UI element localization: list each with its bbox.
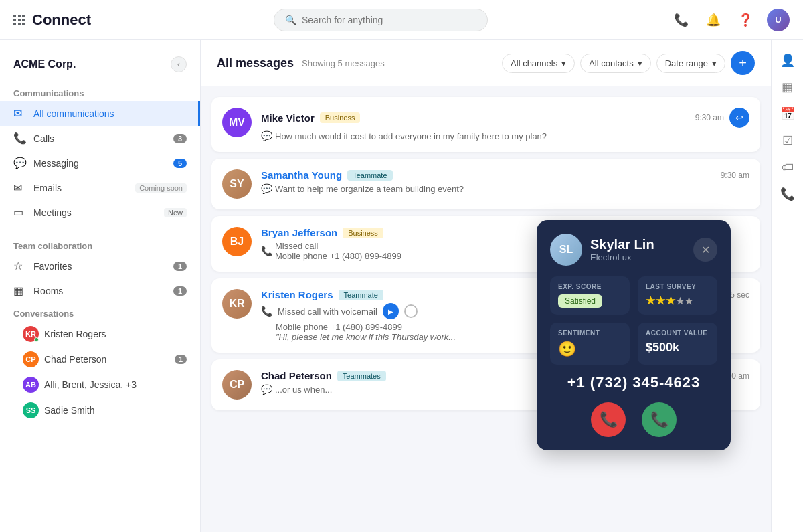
search-bar[interactable]: 🔍 [274,9,488,31]
messages-count: Showing 5 messages [302,58,385,68]
grid-icon[interactable] [13,15,25,25]
search-icon: 🔍 [285,15,296,25]
navbar: Connect 🔍 📞 🔔 ❓ U [0,0,803,40]
account-value-box: ACCOUNT VALUE $500k [638,323,717,365]
messages-list: MV Mike Victor Business 9:30 am ↩ 💬 How … [201,86,771,532]
meetings-icon: ▭ [13,206,27,219]
reply-icon[interactable]: ↩ [729,108,749,128]
msg-time: 9:30 am [695,113,724,122]
group-avatar: AB [23,377,39,393]
chad-peterson-badge: 1 [175,355,187,364]
kristen-rogers-avatar: KR [222,289,252,319]
user-avatar[interactable]: U [767,9,790,31]
email-icon: ✉ [13,181,27,194]
sidebar-item-favorites[interactable]: ☆ Favorites 1 [0,254,200,278]
msg-icon-row: 💬 Want to help me organize a team buildi… [261,183,749,194]
call-channel-icon: 📞 [261,306,272,317]
msg-content: Samantha Young Teammate 9:30 am 💬 Want t… [261,169,749,194]
messages-title-area: All messages Showing 5 messages [217,56,385,70]
popup-phone-number: +1 (732) 345-4623 [550,374,717,391]
sidebar-item-rooms[interactable]: ▦ Rooms 1 [0,278,200,303]
sidebar-item-label: Messaging [33,158,167,169]
meetings-new-badge: New [164,208,187,217]
rs-phone-icon[interactable]: 📞 [776,182,800,206]
exp-score-label: EXP. SCORE [558,283,622,290]
last-survey-label: LAST SURVEY [646,283,709,290]
app-logo: Connect [32,11,91,29]
sidebar-item-label: Calls [33,133,167,144]
chad-peterson-avatar: CP [23,351,39,367]
rs-calendar-icon[interactable]: 📅 [776,102,800,126]
msg-tag: Teammates [337,371,386,381]
content-area: All messages Showing 5 messages All chan… [201,40,771,532]
msg-preview: Missed call with voicemail [278,306,377,317]
msg-header: Mike Victor Business 9:30 am ↩ [261,108,749,128]
rs-contacts-icon[interactable]: 👤 [776,48,800,72]
sidebar-item-all-communications[interactable]: ✉ All communications [0,101,200,126]
sidebar-item-calls[interactable]: 📞 Calls 3 [0,126,200,151]
exp-score-box: EXP. SCORE Satisfied [550,276,630,315]
right-sidebar: 👤 ▦ 📅 ☑ 🏷 📞 [771,40,803,532]
message-channel-icon: 💬 [261,130,272,141]
call-channel-icon: 📞 [261,246,272,256]
msg-name: Samantha Young [261,169,342,181]
communications-section-label: Communications [0,83,200,101]
sidebar-item-emails[interactable]: ✉ Emails Coming soon [0,175,200,200]
sentiment-label: SENTIMENT [558,329,622,337]
phone-nav-icon[interactable]: 📞 [671,9,692,31]
accept-call-button[interactable]: 📞 [642,402,677,437]
rooms-icon: ▦ [13,284,27,297]
account-value-label: ACCOUNT VALUE [646,329,709,337]
popup-profile: SL Skylar Lin ElectroLux ✕ [550,234,717,266]
sidebar: ACME Corp. ‹ Communications ✉ All commun… [0,40,201,532]
conversation-group[interactable]: AB Alli, Brent, Jessica, +3 [0,372,200,397]
conversation-chad-peterson[interactable]: CP Chad Peterson 1 [0,347,200,372]
exp-score-value: Satisfied [558,294,602,308]
popup-metrics: EXP. SCORE Satisfied LAST SURVEY ★★★★★ S… [550,276,717,365]
message-card-mike-victor[interactable]: MV Mike Victor Business 9:30 am ↩ 💬 How … [211,97,760,152]
rooms-badge: 1 [173,286,187,296]
sidebar-item-label: Alli, Brent, Jessica, +3 [44,379,187,390]
filter-channels[interactable]: All channels ▾ [502,54,575,73]
sidebar-item-meetings[interactable]: ▭ Meetings New [0,200,200,225]
all-comms-icon: ✉ [13,107,27,120]
filter-date[interactable]: Date range ▾ [656,54,725,73]
sidebar-item-label: Meetings [33,207,157,218]
msg-preview: ...or us when... [275,385,332,395]
rs-tasks-icon[interactable]: ☑ [776,128,800,153]
message-channel-icon: 💬 [261,183,272,194]
bryan-jefferson-avatar: BJ [222,227,252,256]
close-popup-button[interactable]: ✕ [693,238,717,262]
kristen-rogers-avatar: KR [23,326,39,342]
sidebar-item-label: Chad Peterson [44,354,169,365]
sidebar-item-label: Favorites [33,261,167,272]
favorites-badge: 1 [173,262,187,271]
add-button[interactable]: + [731,51,755,75]
msg-preview: How much would it cost to add everyone i… [275,131,547,141]
calls-icon: 📞 [13,132,27,145]
sadie-smith-avatar: SS [23,402,39,418]
rs-tags-icon[interactable]: 🏷 [776,155,800,179]
company-name: ACME Corp. [13,58,76,70]
conversation-kristen-rogers[interactable]: KR Kristen Rogers [0,321,200,347]
team-collab-label: Team collaboration [0,236,200,254]
collapse-button[interactable]: ‹ [171,56,187,72]
messaging-badge: 5 [173,159,187,168]
navbar-right: 📞 🔔 ❓ U [671,9,790,31]
conversation-sadie-smith[interactable]: SS Sadie Smith [0,397,200,423]
sidebar-header: ACME Corp. ‹ [0,51,200,83]
decline-call-button[interactable]: 📞 [591,402,626,437]
play-voicemail-button[interactable]: ▶ [383,303,399,319]
bell-icon[interactable]: 🔔 [703,9,724,31]
sidebar-item-messaging[interactable]: 💬 Messaging 5 [0,151,200,175]
search-input[interactable] [302,15,476,25]
popup-contact-name: Skylar Lin [590,237,654,252]
sidebar-item-label: All communications [33,108,185,119]
help-icon[interactable]: ❓ [735,9,756,31]
msg-header: Samantha Young Teammate 9:30 am [261,169,749,181]
rs-grid-icon[interactable]: ▦ [776,75,800,99]
message-card-samantha-young[interactable]: SY Samantha Young Teammate 9:30 am 💬 Wan… [211,159,760,209]
filter-contacts[interactable]: All contacts ▾ [580,54,650,73]
filter-area: All channels ▾ All contacts ▾ Date range… [502,51,755,75]
last-survey-box: LAST SURVEY ★★★★★ [638,276,717,315]
